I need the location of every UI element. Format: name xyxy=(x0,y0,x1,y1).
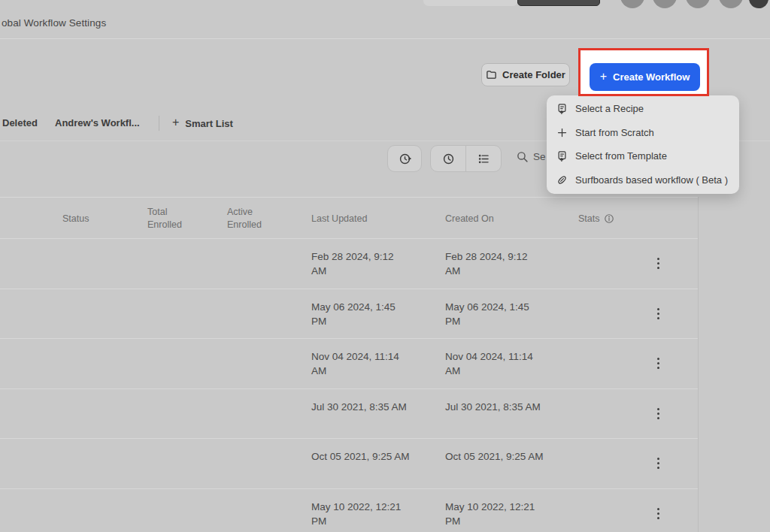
column-header-last-updated: Last Updated xyxy=(311,198,367,240)
menu-item-surfboards-workflow[interactable]: Surfboards based workflow ( Beta ) xyxy=(547,168,739,192)
table-row[interactable]: Feb 28 2024, 9:12 AM Feb 28 2024, 9:12 A… xyxy=(0,239,698,289)
folder-icon xyxy=(486,69,497,80)
create-workflow-label: Create Workflow xyxy=(613,71,690,83)
menu-item-select-recipe[interactable]: Select a Recipe xyxy=(547,97,739,121)
table-row[interactable]: May 06 2024, 1:45 PM May 06 2024, 1:45 P… xyxy=(0,289,698,340)
menu-item-label: Surfboards based workflow ( Beta ) xyxy=(575,174,728,186)
tab-deleted[interactable]: Deleted xyxy=(2,117,38,128)
table-row[interactable]: Oct 05 2021, 9:25 AM Oct 05 2021, 9:25 A… xyxy=(0,439,698,489)
row-actions-kebab-icon[interactable] xyxy=(649,253,667,274)
header-divider xyxy=(0,38,770,39)
table-header-row: Status Total Enrolled Active Enrolled La… xyxy=(0,197,698,239)
column-header-total-enrolled: Total Enrolled xyxy=(147,198,194,240)
file-plus-icon xyxy=(556,103,568,114)
last-updated-cell: Oct 05 2021, 9:25 AM xyxy=(311,449,411,464)
menu-item-start-from-scratch[interactable]: Start from Scratch xyxy=(547,121,739,145)
plus-icon: + xyxy=(600,71,607,83)
smart-list-button[interactable]: + Smart List xyxy=(172,117,233,129)
search-text: Se xyxy=(533,151,546,162)
workflow-settings-screen: obal Workflow Settings Create Folder + C… xyxy=(0,0,770,532)
user-avatar[interactable] xyxy=(749,0,768,8)
last-updated-cell: Nov 04 2024, 11:14 AM xyxy=(311,349,411,378)
created-on-cell: Feb 28 2024, 9:12 AM xyxy=(445,249,544,278)
created-on-cell: Oct 05 2021, 9:25 AM xyxy=(445,449,544,464)
tab-divider xyxy=(159,116,159,131)
topbar-pill xyxy=(423,0,518,6)
created-on-cell: Jul 30 2021, 8:35 AM xyxy=(445,400,544,414)
search-input[interactable]: Se xyxy=(516,150,546,163)
row-actions-kebab-icon[interactable] xyxy=(649,453,667,474)
table-row[interactable]: Jul 30 2021, 8:35 AM Jul 30 2021, 8:35 A… xyxy=(0,389,698,440)
list-view-button[interactable] xyxy=(466,146,501,171)
stats-label: Stats xyxy=(578,213,600,225)
column-header-stats: Stats xyxy=(578,198,614,240)
plus-icon: + xyxy=(172,116,179,129)
red-highlight-box: + Create Workflow xyxy=(578,48,709,96)
table-row[interactable]: May 10 2022, 12:21 PM May 10 2022, 12:21… xyxy=(0,489,698,532)
create-workflow-button[interactable]: + Create Workflow xyxy=(590,63,700,91)
menu-item-label: Select a Recipe xyxy=(575,103,644,114)
create-folder-button[interactable]: Create Folder xyxy=(481,63,570,86)
table-right-border xyxy=(698,197,699,532)
column-header-created-on: Created On xyxy=(445,198,494,240)
surfboard-icon xyxy=(556,174,568,186)
avatar[interactable] xyxy=(653,0,677,8)
create-folder-label: Create Folder xyxy=(502,69,565,80)
topbar-search-pill[interactable] xyxy=(517,0,600,6)
menu-item-label: Start from Scratch xyxy=(575,127,654,138)
created-on-cell: May 10 2022, 12:21 PM xyxy=(445,500,544,528)
list-icon xyxy=(477,152,491,166)
last-updated-cell: May 10 2022, 12:21 PM xyxy=(311,500,411,528)
clock-icon xyxy=(441,152,456,166)
smart-list-label: Smart List xyxy=(185,118,233,129)
created-on-cell: May 06 2024, 1:45 PM xyxy=(445,300,544,328)
avatar[interactable] xyxy=(686,0,710,8)
table-row[interactable]: Nov 04 2024, 11:14 AM Nov 04 2024, 11:14… xyxy=(0,339,698,389)
avatar[interactable] xyxy=(719,0,743,8)
create-workflow-dropdown: Select a Recipe Start from Scratch Selec… xyxy=(547,95,739,194)
plus-icon xyxy=(556,127,568,138)
history-button[interactable] xyxy=(387,145,422,172)
last-updated-cell: May 06 2024, 1:45 PM xyxy=(311,300,411,328)
table-body: Feb 28 2024, 9:12 AM Feb 28 2024, 9:12 A… xyxy=(0,239,698,532)
column-header-status: Status xyxy=(62,198,89,240)
clock-view-button[interactable] xyxy=(431,146,465,171)
tab-andrews-workflows[interactable]: Andrew's Workfl... xyxy=(55,117,140,128)
page-title: obal Workflow Settings xyxy=(2,17,106,29)
file-plus-icon xyxy=(556,150,568,162)
history-clock-icon xyxy=(398,152,412,166)
info-icon[interactable] xyxy=(604,213,614,224)
column-header-active-enrolled: Active Enrolled xyxy=(227,198,274,240)
last-updated-cell: Feb 28 2024, 9:12 AM xyxy=(311,249,411,278)
row-actions-kebab-icon[interactable] xyxy=(649,303,667,324)
row-actions-kebab-icon[interactable] xyxy=(649,353,667,374)
created-on-cell: Nov 04 2024, 11:14 AM xyxy=(445,349,544,378)
avatar[interactable] xyxy=(620,0,644,8)
last-updated-cell: Jul 30 2021, 8:35 AM xyxy=(311,400,411,414)
search-icon xyxy=(516,150,529,163)
row-actions-kebab-icon[interactable] xyxy=(649,403,667,424)
row-actions-kebab-icon[interactable] xyxy=(649,503,667,524)
menu-item-select-template[interactable]: Select from Template xyxy=(547,144,739,168)
menu-item-label: Select from Template xyxy=(575,150,667,162)
view-toggle-group xyxy=(430,145,502,172)
